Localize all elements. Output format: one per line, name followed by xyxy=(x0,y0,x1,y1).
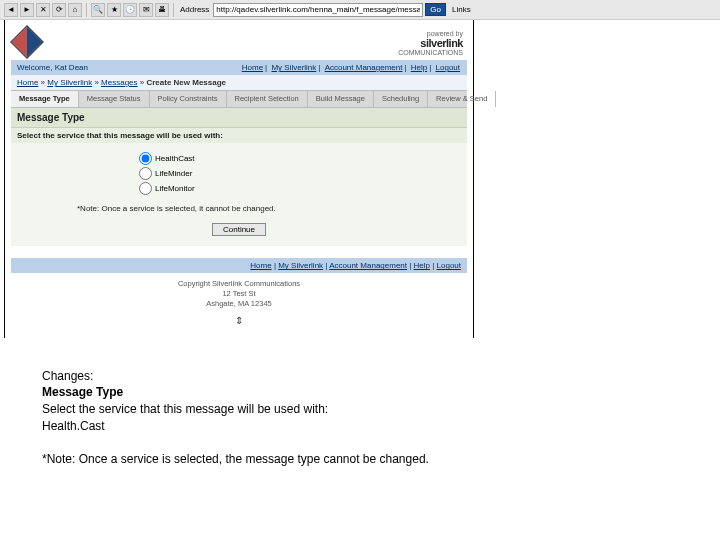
powered-by-label: powered by xyxy=(398,30,463,37)
stop-icon[interactable]: ✕ xyxy=(36,3,50,17)
brand-bar: powered by silverlink COMMUNICATIONS xyxy=(11,24,467,60)
back-icon[interactable]: ◄ xyxy=(4,3,18,17)
tab-scheduling[interactable]: Scheduling xyxy=(374,91,428,107)
go-button[interactable]: Go xyxy=(425,3,446,16)
welcome-text: Welcome, Kat Dean xyxy=(17,63,88,72)
radio-lifemonitor-label: LifeMonitor xyxy=(155,184,195,193)
forward-icon[interactable]: ► xyxy=(20,3,34,17)
scroll-icon: ⇕ xyxy=(11,311,467,330)
copyright-line2: 12 Test St xyxy=(11,289,467,299)
wizard-tabs: Message Type Message Status Policy Const… xyxy=(11,90,467,108)
service-radio-group: HealthCast LifeMinder LifeMonitor xyxy=(139,151,339,196)
footer-logout[interactable]: Logout xyxy=(437,261,461,270)
radio-lifemonitor[interactable]: LifeMonitor xyxy=(139,181,339,196)
app-window: powered by silverlink COMMUNICATIONS Wel… xyxy=(4,20,474,338)
form-area: HealthCast LifeMinder LifeMonitor *Note:… xyxy=(11,143,467,246)
radio-healthcast-input[interactable] xyxy=(139,152,152,165)
separator xyxy=(86,3,87,17)
footer-account-management[interactable]: Account Management xyxy=(329,261,407,270)
company-tagline: COMMUNICATIONS xyxy=(398,49,463,56)
browser-toolbar: ◄ ► ✕ ⟳ ⌂ 🔍 ★ 🕒 ✉ 🖶 Address Go Links xyxy=(0,0,720,20)
logo-icon xyxy=(10,25,44,59)
radio-lifemonitor-input[interactable] xyxy=(139,182,152,195)
radio-lifeminder[interactable]: LifeMinder xyxy=(139,166,339,181)
refresh-icon[interactable]: ⟳ xyxy=(52,3,66,17)
service-note: *Note: Once a service is selected, it ca… xyxy=(77,204,461,213)
welcome-bar: Welcome, Kat Dean Home| My Silverlink| A… xyxy=(11,60,467,75)
footer-help[interactable]: Help xyxy=(414,261,430,270)
crumb-home[interactable]: Home xyxy=(17,78,38,87)
notes-heading: Changes: xyxy=(42,368,720,385)
nav-logout[interactable]: Logout xyxy=(436,63,460,72)
copyright-line3: Ashgate, MA 12345 xyxy=(11,299,467,309)
print-icon[interactable]: 🖶 xyxy=(155,3,169,17)
notes-line2: Select the service that this message wil… xyxy=(42,401,720,418)
tab-message-type[interactable]: Message Type xyxy=(11,91,79,107)
nav-help[interactable]: Help xyxy=(411,63,427,72)
nav-home[interactable]: Home xyxy=(242,63,263,72)
separator xyxy=(173,3,174,17)
footer-home[interactable]: Home xyxy=(250,261,271,270)
crumb-messages[interactable]: Messages xyxy=(101,78,137,87)
nav-account-management[interactable]: Account Management xyxy=(325,63,403,72)
nav-my-silverlink[interactable]: My Silverlink xyxy=(271,63,316,72)
notes-line1: Message Type xyxy=(42,384,720,401)
crumb-current: Create New Message xyxy=(146,78,226,87)
tab-recipient-selection[interactable]: Recipient Selection xyxy=(227,91,308,107)
radio-healthcast[interactable]: HealthCast xyxy=(139,151,339,166)
section-title: Message Type xyxy=(11,108,467,128)
links-label: Links xyxy=(452,5,471,14)
radio-lifeminder-input[interactable] xyxy=(139,167,152,180)
section-subtitle: Select the service that this message wil… xyxy=(11,128,467,143)
history-icon[interactable]: 🕒 xyxy=(123,3,137,17)
powered-by: powered by silverlink COMMUNICATIONS xyxy=(398,30,463,56)
tab-message-status[interactable]: Message Status xyxy=(79,91,150,107)
welcome-links: Home| My Silverlink| Account Management|… xyxy=(241,63,461,72)
company-name: silverlink xyxy=(398,37,463,49)
tab-review-send[interactable]: Review & Send xyxy=(428,91,496,107)
footer-links: Home | My Silverlink | Account Managemen… xyxy=(11,258,467,273)
breadcrumb: Home » My Silverlink » Messages » Create… xyxy=(11,75,467,90)
mail-icon[interactable]: ✉ xyxy=(139,3,153,17)
address-input[interactable] xyxy=(213,3,423,17)
notes-line3: Health.Cast xyxy=(42,418,720,435)
home-icon[interactable]: ⌂ xyxy=(68,3,82,17)
radio-lifeminder-label: LifeMinder xyxy=(155,169,192,178)
radio-healthcast-label: HealthCast xyxy=(155,154,195,163)
search-icon[interactable]: 🔍 xyxy=(91,3,105,17)
notes-note: *Note: Once a service is selected, the m… xyxy=(42,451,720,468)
continue-button[interactable]: Continue xyxy=(212,223,266,236)
annotation-block: Changes: Message Type Select the service… xyxy=(0,338,720,468)
favorites-icon[interactable]: ★ xyxy=(107,3,121,17)
copyright: Copyright Silverlink Communications 12 T… xyxy=(11,273,467,310)
tab-build-message[interactable]: Build Message xyxy=(308,91,374,107)
address-label: Address xyxy=(180,5,209,14)
footer-my-silverlink[interactable]: My Silverlink xyxy=(278,261,323,270)
copyright-line1: Copyright Silverlink Communications xyxy=(11,279,467,289)
tab-policy-constraints[interactable]: Policy Constraints xyxy=(150,91,227,107)
crumb-my-silverlink[interactable]: My Silverlink xyxy=(47,78,92,87)
